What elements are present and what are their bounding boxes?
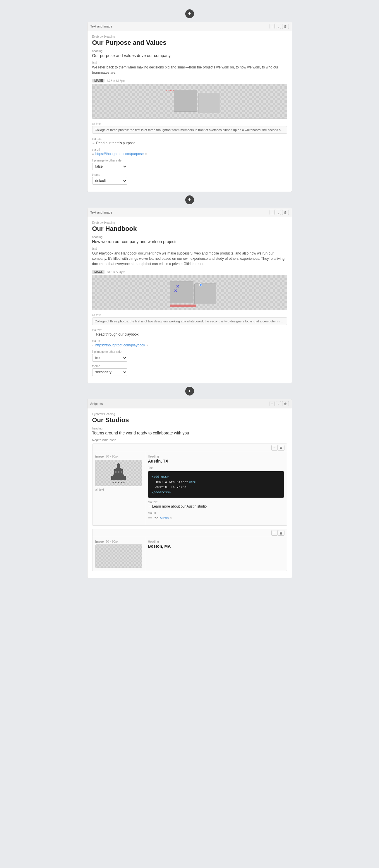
image-placeholder-1[interactable]: 〰〰〰〰 bbox=[92, 84, 287, 119]
block-delete-btn-1[interactable]: 🗑 bbox=[282, 24, 289, 29]
subheading-text-2: How we run our company and work on proje… bbox=[92, 239, 287, 244]
snippet-delete-btn-austin[interactable]: 🗑 bbox=[278, 445, 285, 451]
cta-text-field-2: CTA Text → Read through our playbook bbox=[92, 329, 287, 336]
theme-field-2: Theme default secondary tertiary bbox=[92, 365, 287, 376]
snippet-url-link-austin[interactable]: Austin bbox=[160, 516, 169, 520]
block-type-label-1: Text and Image bbox=[90, 25, 112, 28]
flip-select-2[interactable]: false true bbox=[92, 354, 127, 362]
theme-select-2[interactable]: default secondary tertiary bbox=[92, 368, 127, 376]
image-placeholder-2[interactable]: ✕ ✕ bbox=[92, 275, 287, 310]
image-section-2: image 613 × 594px ✕ ✕ bbox=[92, 270, 287, 310]
svg-point-5 bbox=[118, 463, 119, 465]
alt-text-label-1: Alt Text bbox=[92, 122, 287, 125]
image-tag-1: image bbox=[92, 79, 105, 83]
block-header-3: Snippets ↑ ↓ 🗑 bbox=[88, 399, 292, 408]
block-actions-1: ↑ ↓ 🗑 bbox=[269, 24, 289, 29]
snippet-body-austin: Image 70 x 90px bbox=[92, 452, 287, 525]
snippet-heading-label-boston: Heading bbox=[148, 540, 284, 543]
theme-select-1[interactable]: default secondary tertiary bbox=[92, 177, 127, 185]
block-header-1: Text and Image ↑ ↓ 🗑 bbox=[88, 22, 292, 31]
svg-rect-8 bbox=[121, 471, 122, 473]
cta-text-content-2: Read through our playbook bbox=[96, 332, 139, 336]
add-block-button-middle1[interactable]: + bbox=[185, 195, 194, 204]
cta-text-label-2: CTA Text bbox=[92, 329, 287, 332]
cta-text-value-1: → Read our team's purpose bbox=[92, 141, 287, 145]
snippet-text-label-austin: Text bbox=[148, 466, 284, 469]
snippet-url-row-austin: ∞∞ ↗↗ Austin × bbox=[148, 516, 284, 520]
snippet-item-austin: − 🗑 Image 70 x 90px bbox=[92, 443, 287, 526]
add-block-button-top[interactable]: + bbox=[185, 9, 194, 18]
subheading-field-1: Heading Our purpose and values drive our… bbox=[92, 50, 287, 58]
flip-label-1: Flip image to other side bbox=[92, 159, 287, 162]
alt-text-field-2: Alt Text Collage of three photos: the fi… bbox=[92, 314, 287, 325]
block-down-btn-2[interactable]: ↓ bbox=[276, 210, 281, 215]
collage-item-2b bbox=[194, 283, 216, 304]
url-close-2[interactable]: × bbox=[146, 343, 148, 347]
add-block-button-middle2[interactable]: + bbox=[185, 387, 194, 396]
flip-field-1: Flip image to other side false true bbox=[92, 159, 287, 170]
block-delete-btn-2[interactable]: 🗑 bbox=[282, 210, 289, 215]
block-up-btn-3[interactable]: ↑ bbox=[269, 401, 275, 406]
snippet-code-block-austin: <address> 1601 W 6th Street<br> Austin, … bbox=[148, 471, 284, 498]
collage-1 bbox=[174, 90, 220, 113]
eyebrow-label-2: Eyebrow Heading bbox=[92, 221, 287, 224]
block-body-1: Eyebrow Heading Our Purpose and Values H… bbox=[88, 31, 292, 192]
url-close-1[interactable]: × bbox=[145, 152, 147, 156]
cta-text-label-1: CTA Text bbox=[92, 137, 287, 141]
body-text-2: Our Playbook and Handbook document how w… bbox=[92, 251, 287, 267]
block-delete-btn-3[interactable]: 🗑 bbox=[282, 401, 289, 406]
snippet-minus-btn-austin[interactable]: − bbox=[271, 445, 278, 451]
body-label-2: Text bbox=[92, 247, 287, 250]
snippet-cta-arrow-austin: → bbox=[148, 505, 151, 508]
block-down-btn-1[interactable]: ↓ bbox=[276, 24, 281, 29]
block-up-btn-2[interactable]: ↑ bbox=[269, 210, 275, 215]
snippet-image-label-boston: Image 70 x 90px bbox=[95, 540, 142, 543]
cta-url-row-1: ∞ https://thoughtbot.com/purpose × bbox=[92, 152, 287, 156]
block-text-image-2: Text and Image ↑ ↓ 🗑 Eyebrow Heading Our… bbox=[87, 208, 292, 383]
snippet-image-dims-boston: 70 x 90px bbox=[106, 540, 118, 543]
heading-value-1: Our Purpose and Values bbox=[92, 39, 287, 46]
cta-url-link-1[interactable]: https://thoughtbot.com/purpose bbox=[95, 152, 144, 156]
block-up-btn-1[interactable]: ↑ bbox=[269, 24, 275, 29]
heading-value-2: Our Handbook bbox=[92, 225, 287, 232]
snippet-url-close-austin[interactable]: × bbox=[170, 516, 172, 520]
snippet-heading-value-boston: Boston, MA bbox=[148, 544, 284, 549]
block-text-image-1: Text and Image ↑ ↓ 🗑 Eyebrow Heading Our… bbox=[87, 22, 292, 192]
image-label-row-1: image 673 × 618px bbox=[92, 79, 287, 83]
block-type-label-2: Text and Image bbox=[90, 211, 112, 214]
code-address-open: <address> bbox=[152, 475, 169, 478]
snippet-cta-url-label-austin: CTA URL bbox=[148, 512, 284, 515]
snippet-image-label-austin: Image 70 x 90px bbox=[95, 455, 142, 458]
block-down-btn-3[interactable]: ↓ bbox=[276, 401, 281, 406]
snippet-image-placeholder-boston[interactable] bbox=[95, 545, 142, 568]
marker-x-1: ✕ bbox=[176, 284, 179, 289]
snippet-heading-field-boston: Heading Boston, MA bbox=[148, 540, 284, 549]
snippet-heading-value-austin: Austin, TX bbox=[148, 459, 284, 463]
snippet-image-placeholder-austin[interactable]: ★ ★ ★ ★ ★ bbox=[95, 460, 142, 486]
block-actions-2: ↑ ↓ 🗑 bbox=[269, 210, 289, 215]
cta-text-field-1: CTA Text → Read our team's purpose bbox=[92, 137, 287, 145]
snippet-item-boston: − 🗑 Image 70 x 90px Heading Bo bbox=[92, 529, 287, 571]
cta-arrow-icon-1: → bbox=[92, 142, 95, 145]
subheading-text-3: Teams around the world ready to collabor… bbox=[92, 431, 287, 435]
eyebrow-field-1: Eyebrow Heading Our Purpose and Values bbox=[92, 35, 287, 46]
cta-url-label-2: CTA URL bbox=[92, 339, 287, 343]
cta-url-field-2: CTA URL ∞ https://thoughtbot.com/playboo… bbox=[92, 339, 287, 347]
flip-field-2: Flip image to other side false true bbox=[92, 350, 287, 362]
capitol-svg-austin: ★ ★ ★ ★ ★ bbox=[110, 463, 127, 483]
snippet-text-field-austin: Text <address> 1601 W 6th Street<br> Aus… bbox=[148, 466, 284, 498]
cta-text-value-2: → Read through our playbook bbox=[92, 332, 287, 336]
snippet-minus-btn-boston[interactable]: − bbox=[271, 530, 278, 536]
subheading-label-3: Heading bbox=[92, 427, 287, 430]
theme-label-1: Theme bbox=[92, 173, 287, 177]
eyebrow-field-2: Eyebrow Heading Our Handbook bbox=[92, 221, 287, 232]
block-body-2: Eyebrow Heading Our Handbook Heading How… bbox=[88, 217, 292, 383]
snippet-cta-text-value-austin: → Learn more about our Austin studio bbox=[148, 504, 284, 508]
snippet-body-boston: Image 70 x 90px Heading Boston, MA bbox=[92, 537, 287, 571]
snippet-delete-btn-boston[interactable]: 🗑 bbox=[278, 530, 285, 536]
alt-text-value-2: Collage of three photos: the first is of… bbox=[92, 317, 287, 325]
cta-url-link-2[interactable]: https://thoughtbot.com/playbook bbox=[95, 343, 145, 347]
eyebrow-field-3: Eyebrow Heading Our Studios bbox=[92, 412, 287, 424]
theme-label-2: Theme bbox=[92, 365, 287, 368]
flip-select-1[interactable]: false true bbox=[92, 163, 127, 170]
